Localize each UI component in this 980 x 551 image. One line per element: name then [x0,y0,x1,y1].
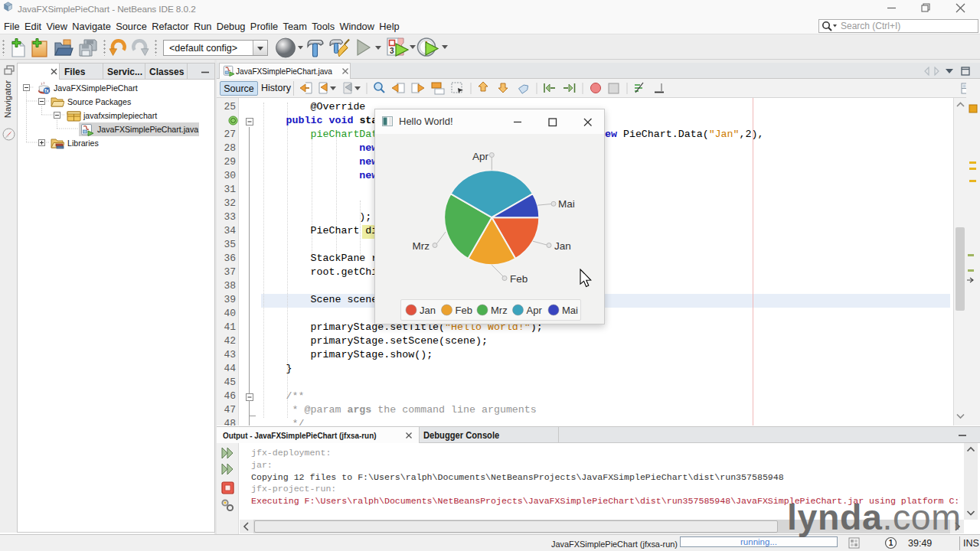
svg-text:Mrz: Mrz [491,305,508,316]
svg-text:Mai: Mai [558,198,575,210]
svg-text:Apr: Apr [527,305,543,316]
svg-text:Jan: Jan [420,305,436,316]
svg-text:Mai: Mai [562,305,578,316]
svg-text:Apr: Apr [472,151,489,162]
svg-text:Jan: Jan [554,240,571,252]
svg-text:Feb: Feb [510,273,528,285]
svg-text:fx: fx [44,88,49,93]
svg-text:Feb: Feb [456,305,472,316]
svg-text:1: 1 [889,539,893,547]
svg-text:3: 3 [390,47,394,55]
svg-text:Mrz: Mrz [413,240,430,252]
